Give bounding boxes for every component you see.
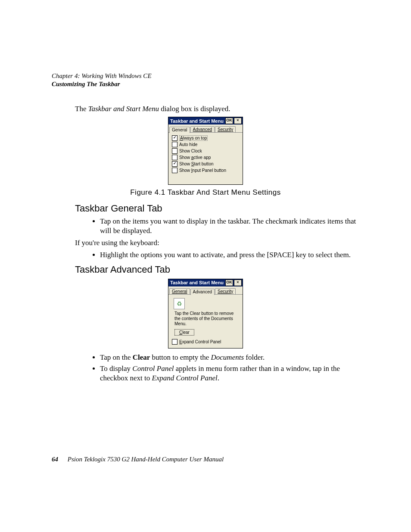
close-button[interactable]: × <box>234 280 242 286</box>
ok-button[interactable]: OK <box>225 280 233 286</box>
bullet-keyboard-1: Highlight the options you want to activa… <box>100 250 359 260</box>
bullet-general-1: Tap on the items you want to display in … <box>100 217 359 236</box>
opt-always-on-top[interactable]: ✓ Always on top <box>172 135 240 141</box>
titlebar: Taskbar and Start Menu OK × <box>168 117 243 124</box>
tab-advanced[interactable]: Advanced <box>190 289 215 295</box>
bullet-adv-1: Tap on the Clear button to empty the Doc… <box>100 353 359 362</box>
checkbox-icon <box>172 339 177 345</box>
opt-auto-hide[interactable]: Auto hide <box>172 142 240 147</box>
checkbox-icon <box>172 155 177 160</box>
header-chapter: Chapter 4: Working With Windows CE <box>52 72 359 80</box>
intro-paragraph: The Taskbar and Start Menu dialog box is… <box>75 104 359 113</box>
page-number: 64 <box>52 456 58 463</box>
dialog-title: Taskbar and Start Menu <box>170 280 224 285</box>
checkbox-icon <box>172 168 177 173</box>
tab-advanced[interactable]: Advanced <box>190 126 215 132</box>
tab-general[interactable]: General <box>169 288 190 294</box>
dialog-title: Taskbar and Start Menu <box>170 118 224 124</box>
close-button[interactable]: × <box>234 118 242 124</box>
titlebar: Taskbar and Start Menu OK × <box>168 279 243 286</box>
documents-icon: ♻ <box>174 298 185 309</box>
bullet-adv-2: To display Control Panel applets in menu… <box>100 364 359 383</box>
checkbox-icon <box>172 142 177 147</box>
checkbox-icon: ✓ <box>172 161 177 167</box>
page-footer: 64 Psion Teklogix 7530 G2 Hand-Held Comp… <box>52 456 224 463</box>
advanced-desc: Tap the Clear button to remove the conte… <box>172 311 240 327</box>
heading-advanced-tab: Taskbar Advanced Tab <box>75 264 359 275</box>
header-section: Customizing The Taskbar <box>52 81 359 88</box>
heading-general-tab: Taskbar General Tab <box>75 203 359 214</box>
tab-security[interactable]: Security <box>215 288 236 294</box>
figure-caption-1: Figure 4.1 Taskbar And Start Menu Settin… <box>52 188 359 197</box>
opt-show-clock[interactable]: Show Clock <box>172 148 240 154</box>
opt-show-active-app[interactable]: Show active app <box>172 155 240 160</box>
taskbar-dialog-general: Taskbar and Start Menu OK × General Adva… <box>168 117 243 185</box>
manual-title: Psion Teklogix 7530 G2 Hand-Held Compute… <box>68 456 224 463</box>
opt-expand-control-panel[interactable]: Expand Control Panel <box>172 339 240 345</box>
tab-general[interactable]: General <box>169 127 190 133</box>
checkbox-icon <box>172 148 177 154</box>
opt-show-input-panel[interactable]: Show Input Panel button <box>172 168 240 173</box>
ok-button[interactable]: OK <box>225 118 233 124</box>
checkbox-icon: ✓ <box>172 135 177 141</box>
taskbar-dialog-advanced: Taskbar and Start Menu OK × General Adva… <box>168 279 243 348</box>
clear-button[interactable]: Clear <box>174 329 194 336</box>
opt-show-start-button[interactable]: ✓ Show Start button <box>172 161 240 167</box>
tab-security[interactable]: Security <box>215 126 236 132</box>
paragraph-keyboard: If you're using the keyboard: <box>75 238 359 247</box>
